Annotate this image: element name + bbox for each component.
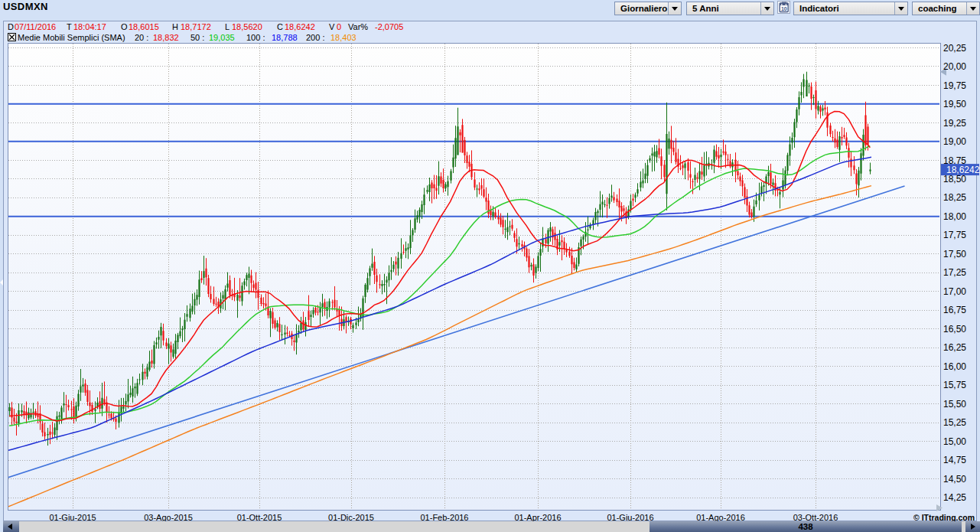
svg-text:10: 10 bbox=[781, 6, 787, 11]
svg-text:17,25: 17,25 bbox=[943, 267, 966, 278]
svg-text:14,75: 14,75 bbox=[943, 455, 966, 465]
svg-text:15,75: 15,75 bbox=[943, 380, 966, 390]
svg-text:15,50: 15,50 bbox=[943, 399, 966, 410]
svg-text:20,25: 20,25 bbox=[943, 43, 966, 54]
svg-text:14,25: 14,25 bbox=[943, 492, 966, 503]
svg-text:16,00: 16,00 bbox=[943, 361, 966, 372]
svg-text:16,50: 16,50 bbox=[943, 324, 966, 335]
svg-text:18,6242: 18,6242 bbox=[946, 165, 980, 175]
svg-text:18,00: 18,00 bbox=[943, 211, 966, 222]
svg-text:16,25: 16,25 bbox=[943, 342, 966, 353]
svg-text:19,00: 19,00 bbox=[943, 136, 966, 147]
svg-text:19,50: 19,50 bbox=[943, 99, 966, 109]
svg-text:15,00: 15,00 bbox=[943, 436, 966, 447]
svg-text:17,00: 17,00 bbox=[943, 286, 966, 297]
svg-text:20,00: 20,00 bbox=[943, 61, 966, 72]
svg-text:15,25: 15,25 bbox=[943, 417, 966, 428]
svg-text:19,25: 19,25 bbox=[943, 118, 966, 129]
svg-text:14,50: 14,50 bbox=[943, 474, 966, 485]
svg-text:18,25: 18,25 bbox=[943, 192, 966, 203]
svg-text:19,75: 19,75 bbox=[943, 80, 966, 91]
svg-text:17,75: 17,75 bbox=[943, 230, 966, 240]
svg-text:17,50: 17,50 bbox=[943, 249, 966, 259]
svg-text:16,75: 16,75 bbox=[943, 305, 966, 315]
